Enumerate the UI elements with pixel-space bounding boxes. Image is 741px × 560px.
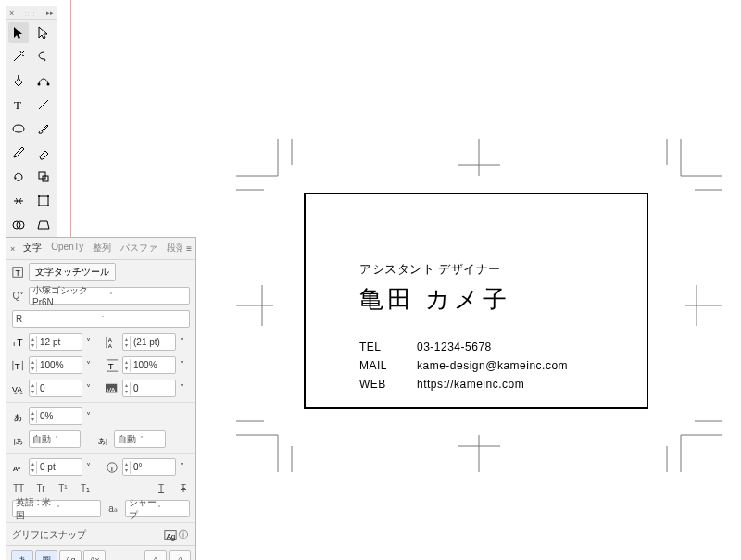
glyph-snap-toggle-icon[interactable]: Ag [164, 529, 177, 541]
card-role: アシスタント デザイナー [359, 261, 510, 278]
svg-text:A: A [108, 342, 113, 349]
hscale-icon: T [106, 359, 119, 372]
char-rotation-icon: T [106, 461, 119, 474]
svg-text:A: A [108, 336, 113, 342]
character-panel: × 文字 OpenTy 整列 パスファ 段落 ≡ T 文字タッチツール Q˅ 小… [6, 237, 196, 560]
width-tool[interactable] [8, 191, 29, 211]
svg-text:T: T [16, 268, 21, 278]
antialias-select[interactable]: シャープ˅ [125, 500, 190, 517]
tab-pathfinder[interactable]: パスファ [116, 238, 162, 259]
snap-baseline-button[interactable]: あ [11, 550, 33, 560]
svg-point-35 [47, 205, 49, 206]
touch-type-icon: T [12, 266, 25, 279]
svg-text:T: T [14, 98, 21, 112]
font-family-select[interactable]: 小塚ゴシック Pr6N˅ [29, 287, 190, 305]
antialias-icon: aₐ [107, 503, 119, 516]
language-select[interactable]: 英語 : 米国˅ [12, 500, 101, 517]
close-icon[interactable]: × [6, 243, 19, 255]
lasso-tool[interactable] [33, 46, 54, 67]
aki-before-select[interactable]: 自動˅ [29, 430, 81, 448]
panel-tabs: 文字 OpenTy 整列 パスファ 段落 [19, 238, 182, 259]
tsume-icon: あ [12, 410, 25, 423]
rotate-tool[interactable] [8, 167, 29, 187]
touch-type-tool-button[interactable]: 文字タッチツール [29, 263, 116, 281]
svg-rect-31 [39, 196, 48, 205]
svg-point-33 [47, 195, 49, 197]
tab-opentype[interactable]: OpenTy [46, 238, 88, 259]
tracking-input[interactable]: ▴▾ [122, 380, 176, 397]
smallcaps-button[interactable]: Tr [34, 481, 47, 494]
aki-after-icon: あ| [97, 433, 110, 446]
leading-input[interactable]: ▴▾ [122, 333, 176, 351]
char-rotation-input[interactable]: ▴▾ [122, 458, 176, 476]
magic-wand-tool[interactable] [8, 46, 29, 67]
glyph-snap-info-icon[interactable]: ⓘ [177, 529, 190, 541]
subscript-button[interactable]: T₁ [79, 481, 92, 494]
baseline-shift-input[interactable]: ▴▾ [29, 458, 82, 476]
direct-selection-tool[interactable] [33, 22, 54, 43]
card-mail-row: MAIL kame-design@kameinc.com [359, 359, 568, 372]
svg-text:|あ: |あ [14, 436, 23, 444]
collapse-icon[interactable]: ▸▸ [46, 9, 54, 17]
paintbrush-tool[interactable] [33, 118, 54, 139]
line-segment-tool[interactable] [33, 94, 54, 115]
svg-point-28 [13, 125, 24, 132]
svg-text:あ|: あ| [98, 436, 107, 444]
scale-tool[interactable] [33, 167, 54, 187]
svg-point-32 [38, 195, 40, 197]
svg-point-24 [38, 83, 41, 86]
selection-tool[interactable] [8, 22, 29, 43]
pen-tool[interactable] [8, 70, 29, 91]
vertical-scale-input[interactable]: ▴▾ [29, 356, 82, 374]
card-tel-row: TEL 03-1234-5678 [359, 341, 568, 354]
leading-icon: AA [106, 336, 119, 349]
snap-left-button[interactable]: A [144, 550, 167, 560]
panel-grip[interactable]: :::: [18, 10, 43, 16]
font-style-select[interactable]: R˅ [12, 310, 190, 328]
pencil-tool[interactable] [8, 143, 29, 163]
aki-after-select[interactable]: 自動˅ [114, 430, 166, 448]
tab-align[interactable]: 整列 [88, 238, 116, 259]
svg-text:Ag: Ag [167, 532, 176, 541]
svg-text:T: T [109, 464, 114, 472]
tab-character[interactable]: 文字 [19, 238, 46, 259]
strikethrough-button[interactable]: Ŧ [177, 481, 190, 494]
superscript-button[interactable]: T¹ [57, 481, 69, 494]
panel-menu-icon[interactable]: ≡ [182, 242, 195, 255]
svg-text:VA: VA [107, 385, 117, 393]
vscale-icon: T [12, 359, 25, 372]
aki-before-icon: |あ [12, 433, 25, 446]
eraser-tool[interactable] [33, 143, 54, 163]
fontfamily-search-icon[interactable]: Q˅ [12, 290, 25, 303]
ellipse-tool[interactable] [8, 118, 29, 139]
snap-glyph-button[interactable]: Ag [59, 550, 82, 560]
snap-embox-button[interactable]: 圈 [35, 550, 57, 560]
type-tool[interactable]: T [8, 94, 29, 115]
kerning-icon: VA [12, 382, 25, 395]
svg-line-27 [39, 100, 48, 109]
shape-builder-tool[interactable] [8, 215, 29, 235]
font-size-input[interactable]: ▴▾ [29, 333, 82, 351]
underline-button[interactable]: T [155, 481, 168, 494]
svg-text:T: T [17, 337, 23, 348]
tracking-icon: VA [106, 382, 119, 395]
svg-text:T: T [12, 340, 17, 346]
tab-paragraph[interactable]: 段落 [162, 238, 182, 259]
svg-text:Aª: Aª [13, 464, 20, 472]
artboard[interactable]: アシスタント デザイナー 亀田 カメ子 TEL 03-1234-5678 MAI… [304, 193, 648, 409]
close-icon[interactable]: × [9, 8, 14, 18]
snap-right-button[interactable]: A [169, 550, 191, 560]
allcaps-button[interactable]: TT [12, 481, 25, 494]
baseline-shift-icon: Aª [12, 461, 25, 474]
snap-xheight-button[interactable]: Ax [83, 550, 106, 560]
horizontal-scale-input[interactable]: ▴▾ [122, 356, 176, 374]
kerning-input[interactable]: ▴▾ [29, 380, 82, 397]
free-transform-tool[interactable] [33, 191, 54, 211]
svg-text:T: T [108, 360, 114, 370]
tsume-input[interactable]: ▴▾ [29, 407, 82, 425]
svg-point-34 [38, 205, 40, 206]
perspective-grid-tool[interactable] [33, 215, 54, 235]
curvature-tool[interactable] [33, 70, 54, 91]
svg-text:VA: VA [12, 384, 22, 393]
fontsize-icon: TT [12, 336, 25, 349]
